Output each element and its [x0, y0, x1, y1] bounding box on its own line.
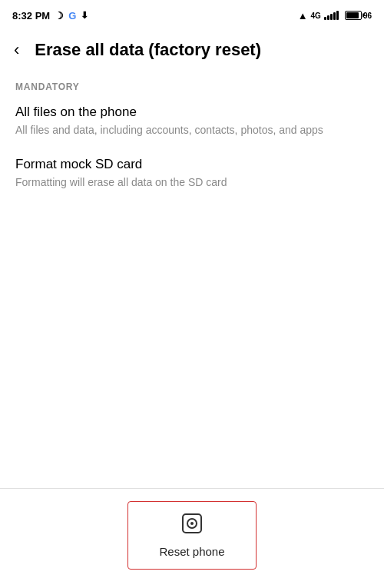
- battery-icon: [345, 11, 362, 20]
- status-time-group: 8:32 PM ☽ G ⬇: [12, 10, 88, 22]
- battery-level: 96: [363, 12, 372, 20]
- item-title-sdcard: Format mock SD card: [15, 157, 369, 172]
- reset-phone-icon: [181, 513, 203, 539]
- battery-group: 96: [345, 11, 372, 20]
- reset-phone-button[interactable]: Reset phone: [127, 501, 256, 570]
- list-item: All files on the phone All files and dat…: [15, 105, 369, 138]
- signal-icon: [324, 11, 339, 20]
- item-desc-files: All files and data, including accounts, …: [15, 123, 369, 138]
- svg-point-2: [190, 522, 194, 525]
- download-icon: ⬇: [81, 10, 88, 21]
- network-icon: 4G: [311, 12, 321, 20]
- header: ‹ Erase all data (factory reset): [0, 28, 384, 72]
- moon-icon: ☽: [55, 10, 64, 22]
- wifi-icon: ▲: [298, 10, 308, 22]
- item-title-files: All files on the phone: [15, 105, 369, 120]
- section-label: MANDATORY: [15, 81, 369, 92]
- status-time: 8:32 PM: [12, 10, 50, 22]
- status-icons-group: ▲ 4G 96: [298, 10, 372, 22]
- content-area: MANDATORY All files on the phone All fil…: [0, 72, 384, 214]
- reset-phone-label: Reset phone: [159, 545, 224, 558]
- bottom-bar: Reset phone: [0, 488, 384, 588]
- page-title: Erase all data (factory reset): [35, 40, 261, 60]
- item-desc-sdcard: Formatting will erase all data on the SD…: [15, 175, 369, 191]
- back-button[interactable]: ‹: [8, 37, 25, 63]
- google-icon: G: [68, 10, 76, 22]
- status-bar: 8:32 PM ☽ G ⬇ ▲ 4G 96: [0, 0, 384, 28]
- list-item: Format mock SD card Formatting will eras…: [15, 157, 369, 191]
